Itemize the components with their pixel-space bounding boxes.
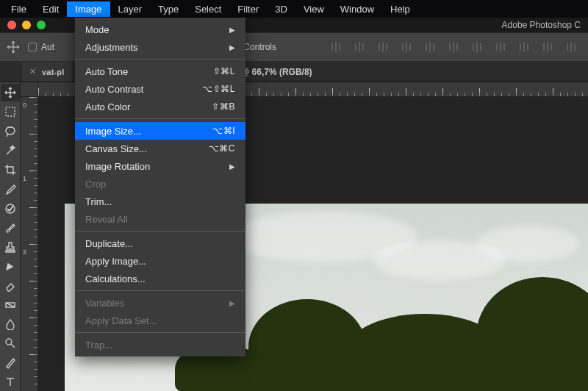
- menu-window[interactable]: Window: [332, 1, 382, 17]
- menu-item-apply-data-set: Apply Data Set...: [75, 312, 245, 329]
- menu-item-variables: Variables▶: [75, 294, 245, 312]
- menu-filter[interactable]: Filter: [229, 1, 267, 17]
- stamp-tool-button[interactable]: [1, 238, 20, 256]
- close-tab-icon[interactable]: ✕: [29, 67, 36, 76]
- menu-item-shortcut: ⇧⌘B: [212, 101, 235, 112]
- menu-item-trim[interactable]: Trim...: [75, 193, 245, 210]
- marquee-tool-button[interactable]: [1, 103, 20, 121]
- crop-tool-button[interactable]: [1, 161, 20, 179]
- align-icon[interactable]: [564, 40, 578, 54]
- traffic-lights: [0, 21, 46, 29]
- menu-item-calculations[interactable]: Calculations...: [75, 270, 245, 287]
- eraser-tool-button[interactable]: [1, 277, 20, 295]
- menu-item-label: Image Rotation: [85, 161, 150, 172]
- auto-select-label: Aut: [41, 42, 54, 52]
- move-tool-button[interactable]: [1, 84, 20, 101]
- align-icon[interactable]: [329, 40, 343, 54]
- dodge-tool-button[interactable]: [1, 334, 20, 352]
- ruler-label: 1: [23, 175, 26, 182]
- submenu-arrow-icon: ▶: [229, 26, 235, 34]
- ruler-vertical[interactable]: 0 1 2: [21, 97, 38, 391]
- align-icon[interactable]: [517, 40, 531, 54]
- ruler-corner: [21, 82, 38, 97]
- menu-item-auto-color[interactable]: Auto Color⇧⌘B: [75, 98, 245, 115]
- menu-separator: [75, 332, 245, 333]
- menu-item-label: Variables: [85, 298, 124, 309]
- document-tab-filename: vat-pl: [42, 68, 65, 76]
- align-icon[interactable]: [400, 40, 413, 54]
- menu-item-label: Image Size...: [85, 126, 141, 137]
- menu-item-reveal-all: Reveal All: [75, 210, 245, 228]
- align-icon[interactable]: [541, 40, 554, 54]
- menu-image[interactable]: Image: [67, 1, 110, 17]
- menu-separator: [75, 231, 245, 232]
- menu-separator: [75, 59, 245, 60]
- menu-item-apply-image[interactable]: Apply Image...: [75, 252, 245, 270]
- menu-item-image-size[interactable]: Image Size...⌥⌘I: [75, 122, 245, 140]
- submenu-arrow-icon: ▶: [229, 299, 235, 307]
- menu-item-trap: Trap...: [75, 336, 245, 354]
- svg-rect-0: [6, 107, 15, 116]
- align-icon[interactable]: [376, 40, 390, 54]
- menu-item-image-rotation[interactable]: Image Rotation▶: [75, 157, 245, 175]
- close-window-button[interactable]: [7, 21, 16, 29]
- menubar: FileEditImageLayerTypeSelectFilter3DView…: [0, 0, 588, 18]
- wand-tool-button[interactable]: [1, 142, 20, 159]
- menu-item-label: Auto Tone: [85, 66, 128, 77]
- menu-item-canvas-size[interactable]: Canvas Size...⌥⌘C: [75, 140, 245, 157]
- auto-select-checkbox[interactable]: Aut: [28, 42, 54, 52]
- menu-edit[interactable]: Edit: [35, 1, 67, 17]
- menu-item-crop: Crop: [75, 175, 245, 193]
- zoom-window-button[interactable]: [37, 21, 46, 29]
- menu-item-adjustments[interactable]: Adjustments▶: [75, 38, 245, 56]
- menu-item-label: Apply Data Set...: [85, 315, 157, 326]
- submenu-arrow-icon: ▶: [229, 162, 235, 171]
- align-icon[interactable]: [353, 40, 366, 54]
- move-tool-icon[interactable]: [6, 40, 21, 54]
- menu-item-label: Calculations...: [85, 273, 146, 284]
- ruler-label: 0: [23, 101, 26, 109]
- history-tool-button[interactable]: [1, 257, 20, 275]
- menu-separator: [75, 118, 245, 119]
- menu-item-auto-contrast[interactable]: Auto Contrast⌥⇧⌘L: [75, 80, 245, 98]
- minimize-window-button[interactable]: [22, 21, 31, 29]
- menu-separator: [75, 290, 245, 291]
- menu-item-mode[interactable]: Mode▶: [75, 21, 245, 38]
- pen-tool-button[interactable]: [1, 354, 20, 372]
- menu-item-auto-tone[interactable]: Auto Tone⇧⌘L: [75, 62, 245, 80]
- menu-item-label: Canvas Size...: [85, 143, 147, 154]
- align-buttons: [329, 40, 582, 54]
- menu-item-shortcut: ⌥⌘C: [209, 143, 235, 154]
- toolbox: [0, 82, 21, 391]
- menu-item-label: Trim...: [85, 196, 112, 207]
- align-icon[interactable]: [494, 40, 507, 54]
- menu-file[interactable]: File: [3, 1, 35, 17]
- app-title: Adobe Photoshop C: [502, 20, 581, 30]
- menu-item-duplicate[interactable]: Duplicate...: [75, 234, 245, 252]
- menu-item-label: Mode: [85, 24, 110, 35]
- menu-3d[interactable]: 3D: [267, 1, 295, 17]
- lasso-tool-button[interactable]: [1, 123, 20, 140]
- align-icon[interactable]: [447, 40, 460, 54]
- type-tool-button[interactable]: [1, 373, 20, 391]
- heal-tool-button[interactable]: [1, 200, 20, 218]
- menu-item-label: Reveal All: [85, 214, 128, 225]
- menu-item-label: Trap...: [85, 340, 112, 351]
- menu-layer[interactable]: Layer: [110, 1, 151, 17]
- menu-view[interactable]: View: [295, 1, 332, 17]
- menu-help[interactable]: Help: [382, 1, 418, 17]
- menu-item-label: Duplicate...: [85, 238, 133, 249]
- menu-item-label: Auto Contrast: [85, 84, 144, 95]
- blur-tool-button[interactable]: [1, 315, 20, 333]
- menu-item-label: Crop: [85, 179, 106, 190]
- align-icon[interactable]: [470, 40, 484, 54]
- menu-type[interactable]: Type: [150, 1, 187, 17]
- gradient-tool-button[interactable]: [1, 296, 20, 314]
- document-tab[interactable]: ✕ vat-pl: [22, 62, 72, 82]
- svg-point-3: [6, 339, 12, 345]
- eyedropper-tool-button[interactable]: [1, 180, 20, 198]
- align-icon[interactable]: [423, 40, 437, 54]
- image-menu-dropdown: Mode▶Adjustments▶Auto Tone⇧⌘LAuto Contra…: [75, 18, 245, 356]
- menu-select[interactable]: Select: [187, 1, 229, 17]
- brush-tool-button[interactable]: [1, 219, 20, 237]
